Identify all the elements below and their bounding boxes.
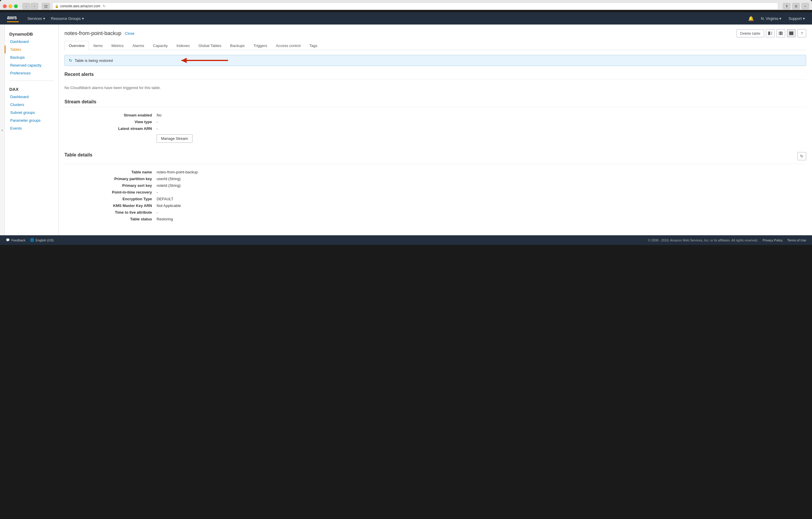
no-alarms-text: No CloudWatch alarms have been triggered… xyxy=(64,83,806,92)
add-button[interactable]: + xyxy=(802,3,809,9)
encryption-label: Encryption Type xyxy=(88,197,152,201)
sidebar-item-dynamodb-dashboard[interactable]: Dashboard xyxy=(5,38,58,46)
help-button[interactable]: ? xyxy=(798,29,806,37)
delete-table-button[interactable]: Delete table xyxy=(736,29,764,37)
lock-icon: 🔒 xyxy=(55,4,59,8)
page-title: notes-from-point-backup xyxy=(64,30,121,36)
address-text: console.aws.amazon.com xyxy=(60,4,100,8)
region-chevron-icon: ▾ xyxy=(779,16,781,21)
full-icon xyxy=(789,31,794,36)
forward-button[interactable]: › xyxy=(31,3,38,9)
tab-triggers[interactable]: Triggers xyxy=(249,41,271,50)
close-link[interactable]: Close xyxy=(125,31,135,36)
sidebar-item-backups[interactable]: Backups xyxy=(5,53,58,61)
resource-groups-menu[interactable]: Resource Groups ▾ xyxy=(48,12,87,25)
restore-banner-text: Table is being restored xyxy=(75,58,113,63)
new-tab-button[interactable]: ⊞ xyxy=(792,3,800,9)
sidebar: DynamoDB Dashboard Tables Backups Reserv… xyxy=(5,25,59,235)
tab-items[interactable]: Items xyxy=(89,41,107,50)
pitr-value: - xyxy=(156,190,806,194)
tab-alarms[interactable]: Alarms xyxy=(128,41,148,50)
address-bar: 🔒 console.aws.amazon.com ↻ xyxy=(52,2,778,10)
restore-banner: ↻ Table is being restored xyxy=(64,55,806,66)
sidebar-item-parameter-groups[interactable]: Parameter groups xyxy=(5,116,58,124)
region-selector[interactable]: N. Virginia ▾ xyxy=(759,16,784,21)
support-chevron-icon: ▾ xyxy=(803,16,805,21)
notifications-button[interactable]: 🔔 xyxy=(746,16,756,21)
back-button[interactable]: ‹ xyxy=(23,3,30,9)
recent-alerts-title: Recent alerts xyxy=(64,72,806,80)
split-center-icon xyxy=(779,31,783,36)
sidebar-item-subnet-groups[interactable]: Subnet groups xyxy=(5,109,58,116)
table-details-grid: Table name notes-from-point-backup Prima… xyxy=(64,168,806,224)
sidebar-item-dax-dashboard[interactable]: Dashboard xyxy=(5,93,58,101)
tab-access-control[interactable]: Access control xyxy=(271,41,305,50)
svg-rect-2 xyxy=(779,31,780,35)
feedback-button[interactable]: 💬 Feedback xyxy=(6,238,25,242)
table-details-header-row: Table details ↻ xyxy=(64,152,806,160)
sidebar-divider xyxy=(9,81,54,81)
support-menu[interactable]: Support ▾ xyxy=(786,16,807,21)
latest-stream-arn-value: - xyxy=(156,127,806,131)
manage-stream-button[interactable]: Manage Stream xyxy=(156,134,193,143)
sidebar-toggle-button[interactable]: ⊡ xyxy=(42,3,50,9)
view-split-center-button[interactable] xyxy=(776,29,785,37)
stream-enabled-label: Stream enabled xyxy=(88,113,152,117)
refresh-icon[interactable]: ↻ xyxy=(103,4,106,8)
header-actions: Delete table ? xyxy=(736,29,806,37)
kms-label: KMS Master Key ARN xyxy=(88,203,152,208)
tab-backups[interactable]: Backups xyxy=(226,41,249,50)
sidebar-item-preferences[interactable]: Preferences xyxy=(5,69,58,77)
kms-value: Not Applicable xyxy=(156,203,806,208)
pitr-label: Point-in-time recovery xyxy=(88,190,152,194)
tabs: Overview Items Metrics Alarms Capacity I… xyxy=(64,41,806,50)
services-menu[interactable]: Services ▾ xyxy=(25,12,48,25)
table-status-label: Table status xyxy=(88,217,152,221)
terms-link[interactable]: Terms of Use xyxy=(787,239,806,242)
encryption-value: DEFAULT xyxy=(156,197,806,201)
copyright-text: © 2008 - 2018, Amazon Web Services, Inc.… xyxy=(648,239,758,242)
close-traffic-light[interactable] xyxy=(3,4,7,8)
sort-key-value: noteId (String) xyxy=(156,183,806,188)
tab-tags[interactable]: Tags xyxy=(305,41,322,50)
aws-logo-text: aws xyxy=(7,15,19,21)
ttl-value: - xyxy=(156,210,806,215)
tab-global-tables[interactable]: Global Tables xyxy=(194,41,226,50)
view-type-label: View type xyxy=(88,120,152,124)
language-selector[interactable]: 🌐 English (US) xyxy=(30,238,54,242)
table-name-label: Table name xyxy=(88,170,152,174)
footer-left: 💬 Feedback 🌐 English (US) xyxy=(6,238,54,242)
tab-indexes[interactable]: Indexes xyxy=(172,41,194,50)
footer-right: © 2008 - 2018, Amazon Web Services, Inc.… xyxy=(648,239,806,242)
footer: 💬 Feedback 🌐 English (US) © 2008 - 2018,… xyxy=(0,235,812,245)
partition-key-value: userId (String) xyxy=(156,176,806,181)
minimize-traffic-light[interactable] xyxy=(8,4,12,8)
table-details-refresh-button[interactable]: ↻ xyxy=(798,152,806,160)
tab-capacity[interactable]: Capacity xyxy=(148,41,172,50)
latest-stream-arn-label: Latest stream ARN xyxy=(88,127,152,131)
tab-metrics[interactable]: Metrics xyxy=(107,41,128,50)
view-split-left-button[interactable] xyxy=(766,29,775,37)
sidebar-collapse-button[interactable]: ‹ xyxy=(0,25,5,235)
page-title-area: notes-from-point-backup Close xyxy=(64,30,135,36)
table-details-title: Table details xyxy=(64,153,92,160)
sidebar-item-tables[interactable]: Tables xyxy=(5,46,58,53)
sidebar-item-events[interactable]: Events xyxy=(5,124,58,132)
partition-key-label: Primary partition key xyxy=(88,176,152,181)
maximize-traffic-light[interactable] xyxy=(14,4,18,8)
content-area: notes-from-point-backup Close Delete tab… xyxy=(59,25,812,235)
page-header: notes-from-point-backup Close Delete tab… xyxy=(64,29,806,37)
sidebar-item-reserved-capacity[interactable]: Reserved capacity xyxy=(5,61,58,69)
share-button[interactable]: ⬆ xyxy=(783,3,790,9)
feedback-label: Feedback xyxy=(11,239,25,242)
svg-marker-7 xyxy=(181,58,187,63)
resource-groups-chevron-icon: ▾ xyxy=(82,16,84,21)
recent-alerts-section: Recent alerts No CloudWatch alarms have … xyxy=(64,72,806,92)
svg-rect-4 xyxy=(782,31,783,35)
tab-overview[interactable]: Overview xyxy=(64,41,89,50)
view-full-button[interactable] xyxy=(787,29,796,37)
restore-refresh-icon: ↻ xyxy=(69,58,72,63)
ttl-label: Time to live attribute xyxy=(88,210,152,215)
sidebar-item-clusters[interactable]: Clusters xyxy=(5,101,58,109)
privacy-policy-link[interactable]: Privacy Policy xyxy=(763,239,783,242)
